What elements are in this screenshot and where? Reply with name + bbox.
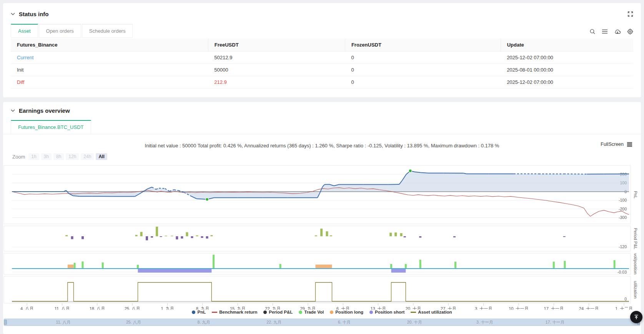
- search-icon[interactable]: [589, 28, 596, 35]
- chart-xaxis-label: 24. 十一月: [579, 306, 599, 310]
- navigator-label: 11. 八月: [50, 320, 77, 325]
- collapse-chevron-icon[interactable]: [11, 13, 15, 15]
- navigator-label: 17. 十一月: [541, 320, 568, 325]
- svg-text:0: 0: [624, 297, 627, 301]
- legend-label: Position long: [335, 310, 363, 314]
- chart-xaxis-label: 6. 十月: [336, 306, 349, 310]
- svg-text:utilization: utilization: [633, 281, 638, 299]
- legend-label: Asset utilization: [418, 310, 452, 314]
- col-futures-binance: Futures_Binance: [11, 38, 208, 52]
- legend-item-asset-utilization[interactable]: Asset utilization: [411, 310, 452, 314]
- svg-text:vol/position: vol/position: [633, 253, 638, 274]
- zoom-3h-button[interactable]: 3h: [41, 153, 52, 160]
- chart-xaxis-label: 22. 九月: [265, 306, 280, 310]
- legend-label: Position short: [375, 310, 404, 314]
- col-free-usdt: FreeUSDT: [208, 38, 345, 52]
- current-frozen: 0: [345, 52, 501, 64]
- cloud-download-icon[interactable]: [614, 29, 621, 35]
- legend-label: Benchmark return: [219, 310, 257, 314]
- tab-futures-binance-btc-usdt[interactable]: Futures_Binance.BTC_USDT: [11, 120, 91, 134]
- navigator-left-handle[interactable]: [4, 320, 7, 325]
- zoom-12h-button[interactable]: 12h: [66, 153, 79, 160]
- menu-icon[interactable]: [602, 29, 608, 34]
- tab-asset[interactable]: Asset: [11, 24, 38, 38]
- status-info-card: Status info Asset Open orders Schedule o…: [3, 3, 641, 97]
- earnings-tabs: Futures_Binance.BTC_USDT: [3, 120, 641, 134]
- earnings-title: Earnings overview: [19, 107, 70, 114]
- table-toolbar: [589, 28, 633, 35]
- chart-xaxis-label: 4. 八月: [20, 306, 33, 310]
- chart-legend: PnLBenchmark returnPeriod P&LTrade VolPo…: [3, 310, 641, 314]
- fullscreen-button[interactable]: FullScreen: [601, 142, 632, 147]
- tab-open-orders[interactable]: Open orders: [39, 24, 81, 38]
- svg-text:Period P&L: Period P&L: [633, 228, 638, 249]
- trading-dashboard: Status info Asset Open orders Schedule o…: [0, 0, 644, 334]
- legend-item-position-long[interactable]: Position long: [330, 310, 363, 314]
- chart-xaxis-label: 15. 九月: [230, 306, 245, 310]
- table-row-init: Init 50000 0 2025-08-01 00:00:00: [11, 64, 633, 76]
- zoom-8h-button[interactable]: 8h: [53, 153, 64, 160]
- svg-text:PnL: PnL: [633, 191, 638, 199]
- tab-schedule-orders[interactable]: Schedule orders: [82, 24, 133, 38]
- legend-item-position-short[interactable]: Position short: [369, 310, 404, 314]
- legend-label: Trade Vol: [304, 310, 324, 314]
- asset-table: Futures_Binance FreeUSDT FrozenUSDT Upda…: [11, 38, 633, 89]
- diff-label: Diff: [11, 76, 208, 89]
- col-update: Update: [501, 38, 633, 52]
- legend-marker: [369, 311, 373, 314]
- legend-marker: [212, 312, 217, 313]
- init-update: 2025-08-01 00:00:00: [501, 64, 633, 76]
- earnings-overview-card: Earnings overview Futures_Binance.BTC_US…: [3, 102, 641, 334]
- init-free: 50000: [208, 64, 345, 76]
- chart-context-menu-icon[interactable]: [627, 142, 632, 147]
- legend-label: Period P&L: [269, 310, 293, 314]
- earnings-chart[interactable]: 2001000-100-200-300-120-0.030PnLPeriod P…: [3, 164, 641, 310]
- legend-marker: [299, 311, 302, 314]
- performance-summary: Initial net value : 50000 Total profit: …: [3, 143, 641, 149]
- diff-free: 212.9: [208, 76, 345, 89]
- chart-xaxis-label: 10. 十一月: [509, 306, 528, 310]
- navigator-label: 25. 八月: [120, 320, 147, 325]
- svg-text:-200: -200: [619, 207, 627, 211]
- navigator-label: 3. 十一月: [471, 320, 498, 325]
- chart-xaxis-label: 8. 九月: [196, 306, 209, 310]
- svg-text:-120: -120: [619, 244, 627, 249]
- current-link[interactable]: Current: [11, 52, 208, 64]
- legend-marker: [192, 311, 195, 314]
- chart-xaxis-label: 20. 十月: [406, 306, 421, 310]
- zoom-controls: Zoom 1h 3h 8h 12h 24h All: [12, 153, 107, 160]
- table-row-diff: Diff 212.9 0 2025-12-02 07:00:00: [11, 76, 633, 89]
- zoom-all-button[interactable]: All: [96, 153, 107, 160]
- diff-update: 2025-12-02 07:00:00: [501, 76, 633, 89]
- collapse-chevron-icon[interactable]: [11, 109, 15, 112]
- status-info-title: Status info: [19, 11, 49, 17]
- legend-item-pnl[interactable]: PnL: [192, 310, 206, 314]
- status-info-header: Status info: [11, 8, 633, 19]
- chart-xaxis-label: 13. 十月: [370, 306, 386, 310]
- chart-navigator[interactable]: 11. 八月25. 八月8. 九月22. 九月6. 十月20. 十月3. 十一月…: [4, 319, 640, 326]
- zoom-24h-button[interactable]: 24h: [81, 153, 94, 160]
- chart-xaxis-label: 3. 十一月: [475, 306, 492, 310]
- chart-xaxis-label: 17. 十一月: [544, 306, 564, 310]
- back-to-top-button[interactable]: [630, 311, 642, 323]
- table-row-current: Current 50212.9 0 2025-12-02 07:00:00: [11, 52, 633, 64]
- navigator-label: 22. 九月: [261, 320, 288, 325]
- chart-xaxis-label: 1. 九月: [161, 306, 174, 310]
- legend-item-benchmark-return[interactable]: Benchmark return: [212, 310, 257, 314]
- svg-text:-0.03: -0.03: [617, 270, 627, 274]
- col-frozen-usdt: FrozenUSDT: [345, 38, 501, 52]
- legend-marker: [330, 311, 333, 314]
- legend-item-period-p-l[interactable]: Period P&L: [263, 310, 293, 314]
- legend-marker: [263, 311, 267, 314]
- zoom-1h-button[interactable]: 1h: [28, 153, 39, 160]
- diff-frozen: 0: [345, 76, 501, 89]
- navigator-label: 8. 九月: [190, 320, 217, 325]
- chart-xaxis-label: 18. 八月: [90, 306, 105, 310]
- svg-text:-100: -100: [619, 198, 627, 202]
- gear-icon[interactable]: [627, 28, 633, 35]
- legend-item-trade-vol[interactable]: Trade Vol: [299, 310, 324, 314]
- expand-icon[interactable]: [627, 11, 633, 17]
- earnings-header: Earnings overview: [11, 107, 70, 114]
- chart-xaxis-label: 27. 十月: [441, 306, 456, 310]
- chart-xaxis-label: 25. 八月: [125, 306, 140, 310]
